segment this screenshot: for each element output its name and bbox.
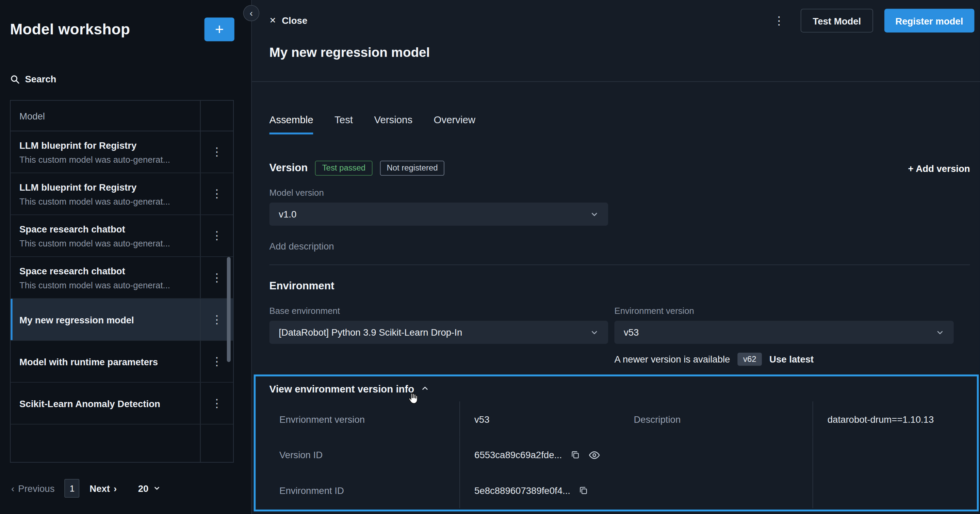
previous-label: Previous <box>18 483 54 493</box>
row-kebab-menu-button[interactable] <box>201 425 234 463</box>
header-kebab-menu-button[interactable]: ⋮ <box>768 14 789 27</box>
chevron-down-icon <box>590 210 599 218</box>
actions-column-header <box>201 101 234 131</box>
main-panel: ✕ Close ⋮ Test Model Register model My n… <box>251 0 980 514</box>
eye-icon[interactable] <box>589 449 600 461</box>
model-list-item[interactable]: LLM blueprint for Registry This custom m… <box>11 131 233 173</box>
model-list-item[interactable]: My new regression model ⋮ <box>11 299 233 341</box>
app: Model workshop + Search Model LLM b <box>0 0 980 514</box>
chevron-down-icon <box>590 328 599 337</box>
not-registered-badge: Not registered <box>380 161 444 176</box>
tabs: AssembleTestVersionsOverview <box>269 115 476 134</box>
env-info-desc-label <box>629 437 813 473</box>
test-passed-badge: Test passed <box>315 161 372 176</box>
close-icon: ✕ <box>269 16 276 25</box>
copy-icon[interactable] <box>579 486 589 495</box>
close-button[interactable]: ✕ Close <box>269 15 308 25</box>
env-info-row: Environment ID 5e8c889607389fe0f4... <box>256 473 977 509</box>
environment-info-table: Envrionment version v53 Description data… <box>256 401 977 508</box>
search-control[interactable]: Search <box>10 74 56 84</box>
register-model-button[interactable]: Register model <box>884 9 974 33</box>
view-environment-version-info-toggle[interactable]: View environment version info <box>256 377 977 395</box>
environment-heading: Environment <box>269 280 334 293</box>
environment-version-label: Environment version <box>614 306 694 315</box>
model-list-item[interactable]: LLM blueprint for Registry This custom m… <box>11 173 233 215</box>
sidebar-title: Model workshop <box>10 21 130 38</box>
model-list-item-main: Space research chatbot This custom model… <box>11 257 200 298</box>
model-list-item[interactable]: Space research chatbot This custom model… <box>11 257 233 299</box>
use-latest-button[interactable]: Use latest <box>769 354 814 364</box>
model-list-item[interactable]: Scikit-Learn Anomaly Detection ⋮ <box>11 383 233 425</box>
chevron-down-icon <box>936 328 945 337</box>
model-subtitle: This custom model was auto-generat... <box>19 196 191 207</box>
base-environment-select[interactable]: [DataRobot] Python 3.9 Scikit-Learn Drop… <box>269 321 608 344</box>
model-title: Model with runtime parameters <box>19 355 191 367</box>
header-actions: ⋮ Test Model Register model <box>768 9 974 33</box>
model-list-item-main: Space research chatbot This custom model… <box>11 215 200 256</box>
env-info-desc-value: datarobot-drum==1.10.13 <box>813 401 977 437</box>
env-info-value: 5e8c889607389fe0f4... <box>474 485 570 496</box>
sidebar-header: Model workshop + <box>10 18 234 41</box>
page-size-select[interactable]: 20 <box>138 483 161 493</box>
model-list-item[interactable]: Space research chatbot This custom model… <box>11 215 233 257</box>
env-info-desc-value <box>813 437 977 473</box>
environment-version-value: v53 <box>624 327 639 338</box>
model-list-item-main <box>11 425 200 463</box>
newer-version-row: A newer version is available v62 Use lat… <box>614 353 814 366</box>
model-version-label: Model version <box>269 188 324 197</box>
model-version-select[interactable]: v1.0 <box>269 202 608 226</box>
copy-icon[interactable] <box>571 450 580 460</box>
collapse-sidebar-button[interactable]: ‹ <box>243 5 259 21</box>
env-info-value-cell: v53 <box>460 401 629 437</box>
environment-version-select[interactable]: v53 <box>614 321 953 344</box>
model-list-item-main: Scikit-Learn Anomaly Detection <box>11 383 200 424</box>
row-kebab-menu-button[interactable]: ⋮ <box>201 173 234 215</box>
model-list: Model LLM blueprint for Registry This cu… <box>10 100 234 463</box>
model-title: Space research chatbot <box>19 265 191 277</box>
env-info-row: Envrionment version v53 Description data… <box>256 401 977 437</box>
model-title: Space research chatbot <box>19 223 191 235</box>
model-title: LLM blueprint for Registry <box>19 139 191 151</box>
test-model-button[interactable]: Test Model <box>801 9 873 33</box>
row-kebab-menu-button[interactable]: ⋮ <box>201 383 234 424</box>
tab-versions[interactable]: Versions <box>374 115 412 134</box>
model-subtitle: This custom model was auto-generat... <box>19 279 191 290</box>
model-title: LLM blueprint for Registry <box>19 181 191 193</box>
panel-title-label: View environment version info <box>269 384 414 395</box>
model-list-item[interactable] <box>11 425 233 463</box>
section-divider <box>269 264 970 265</box>
env-info-desc-label: Description <box>629 401 813 437</box>
row-kebab-menu-button[interactable]: ⋮ <box>201 215 234 256</box>
model-list-item-main: My new regression model <box>11 299 200 340</box>
version-heading: Version <box>269 162 308 175</box>
newer-version-badge: v62 <box>738 353 762 366</box>
env-info-value: v53 <box>474 414 489 425</box>
next-label: Next <box>89 483 110 493</box>
header-divider <box>252 81 980 82</box>
model-title: Scikit-Learn Anomaly Detection <box>19 397 191 409</box>
page-title: My new regression model <box>269 45 430 60</box>
previous-page-button[interactable]: ‹ Previous <box>11 483 54 493</box>
environment-info-panel: View environment version info Envrionmen… <box>254 374 979 511</box>
model-list-item[interactable]: Model with runtime parameters ⋮ <box>11 341 233 383</box>
env-info-value-cell: 6553ca89c69a2fde... <box>460 437 629 473</box>
page-size-value: 20 <box>138 483 149 493</box>
next-page-button[interactable]: Next › <box>89 483 117 493</box>
list-scrollbar-thumb[interactable] <box>227 257 231 362</box>
tab-test[interactable]: Test <box>334 115 353 134</box>
chevron-right-icon: › <box>114 483 117 493</box>
current-page-button[interactable]: 1 <box>65 479 80 498</box>
add-description-button[interactable]: Add description <box>269 241 334 251</box>
chevron-left-icon: ‹ <box>250 8 253 18</box>
add-version-button[interactable]: + Add version <box>908 163 970 173</box>
tab-overview[interactable]: Overview <box>434 115 476 134</box>
tab-assemble[interactable]: Assemble <box>269 115 313 134</box>
add-model-button[interactable]: + <box>205 18 234 41</box>
newer-version-text: A newer version is available <box>614 354 730 364</box>
model-subtitle: This custom model was auto-generat... <box>19 237 191 248</box>
kebab-icon: ⋮ <box>773 14 785 27</box>
model-subtitle: This custom model was auto-generat... <box>19 154 191 165</box>
row-kebab-menu-button[interactable]: ⋮ <box>201 131 234 173</box>
model-version-value: v1.0 <box>279 208 296 219</box>
close-label: Close <box>282 15 307 25</box>
